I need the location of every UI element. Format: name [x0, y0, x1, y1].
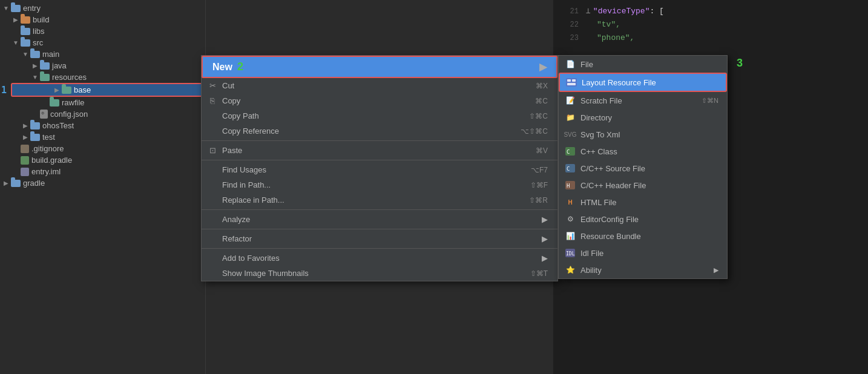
- cpp-class-icon: C: [564, 146, 577, 157]
- menu-label-favorites: Add to Favorites: [222, 254, 280, 263]
- svg-text:H: H: [567, 183, 570, 189]
- line-number-22: 22: [561, 18, 579, 31]
- menu-item-new[interactable]: New 2 ▶: [202, 56, 557, 78]
- tree-item-src[interactable]: ▼ src: [0, 37, 205, 48]
- menu-label-find-usages: Find Usages: [222, 165, 266, 174]
- arrow-java: ▶: [30, 62, 40, 69]
- file-tree-sidebar: ▼ entry ▶ build libs ▼ src ▼ main: [0, 0, 206, 374]
- submenu-label-layout-resource: Layout Resource File: [582, 78, 656, 87]
- submenu-item-cpp-class[interactable]: C C++ Class: [559, 143, 727, 160]
- submenu-item-layout-resource[interactable]: Layout Resource File: [559, 73, 727, 92]
- submenu-item-idl[interactable]: IDL Idl File: [559, 244, 727, 261]
- arrow-build: ▶: [11, 16, 21, 23]
- shortcut-scratch: ⇧⌘N: [702, 97, 718, 105]
- menu-label-image-thumbnails: Show Image Thumbnails: [222, 269, 309, 278]
- menu-item-cut[interactable]: ✂ Cut ⌘X: [202, 78, 557, 93]
- submenu-item-c-header[interactable]: H C/C++ Header File: [559, 177, 727, 194]
- svg-text:IDL: IDL: [566, 251, 575, 257]
- submenu-item-c-source[interactable]: C C/C++ Source File: [559, 160, 727, 177]
- folder-icon-test: [30, 134, 40, 141]
- tree-label-test: test: [42, 133, 55, 142]
- submenu-arrow-favorites: ▶: [542, 254, 548, 263]
- separator-2: [202, 160, 557, 160]
- tree-item-base[interactable]: ▶ base: [11, 83, 205, 97]
- submenu-label-c-source: C/C++ Source File: [580, 164, 645, 173]
- shortcut-copy-ref: ⌥⇧⌘C: [521, 127, 548, 136]
- tree-item-java[interactable]: ▶ java: [0, 60, 205, 71]
- tree-item-entry[interactable]: ▼ entry: [0, 2, 205, 14]
- submenu-item-editorconfig[interactable]: ⚙ EditorConfig File: [559, 211, 727, 228]
- tree-label-src: src: [33, 38, 43, 47]
- submenu-item-scratch[interactable]: 📝 Scratch File ⇧⌘N: [559, 92, 727, 109]
- menu-item-refactor[interactable]: Refactor ▶: [202, 231, 557, 246]
- shortcut-paste: ⌘V: [536, 146, 548, 155]
- tree-item-buildgradle[interactable]: build.gradle: [0, 154, 205, 166]
- submenu-label-c-header: C/C++ Header File: [580, 181, 646, 190]
- folder-icon-libs: [21, 28, 30, 35]
- folder-icon-resources: [40, 74, 50, 81]
- tree-item-gradle[interactable]: ▶ gradle: [0, 177, 205, 189]
- submenu-label-svg-xml: Svg To Xml: [580, 130, 620, 139]
- tree-label-ohostest: ohosTest: [42, 121, 74, 130]
- submenu-label-html: HTML File: [580, 198, 616, 207]
- tree-item-ohostest[interactable]: ▶ ohosTest: [0, 120, 205, 131]
- menu-item-replace-in-path[interactable]: Replace in Path... ⇧⌘R: [202, 192, 557, 208]
- menu-item-favorites[interactable]: Add to Favorites ▶: [202, 251, 557, 266]
- menu-item-find-usages[interactable]: Find Usages ⌥F7: [202, 162, 557, 177]
- code-val-phone: "phone",: [597, 31, 634, 45]
- editor-line-23: 23 "phone",: [561, 31, 861, 45]
- menu-item-copy-path[interactable]: Copy Path ⇧⌘C: [202, 108, 557, 123]
- arrow-main: ▼: [21, 51, 30, 57]
- tree-item-build[interactable]: ▶ build: [0, 14, 205, 25]
- step-badge-3: 3: [737, 57, 743, 70]
- tree-item-entryiml[interactable]: entry.iml: [0, 166, 205, 177]
- shortcut-find-in-path: ⇧⌘F: [530, 181, 548, 189]
- submenu-label-file: File: [580, 60, 593, 69]
- menu-item-copy[interactable]: ⎘ Copy ⌘C: [202, 93, 557, 108]
- tree-label-libs: libs: [33, 27, 45, 36]
- c-header-icon: H: [564, 180, 577, 191]
- menu-item-copy-ref[interactable]: Copy Reference ⌥⇧⌘C: [202, 123, 557, 139]
- idl-icon: IDL: [564, 248, 577, 258]
- tree-item-rawfile[interactable]: rawfile: [0, 97, 205, 108]
- folder-icon-build: [21, 16, 30, 24]
- menu-item-find-in-path[interactable]: Find in Path... ⇧⌘F: [202, 177, 557, 192]
- submenu-item-directory[interactable]: 📁 Directory: [559, 109, 727, 126]
- submenu-item-svg-xml[interactable]: SVG Svg To Xml: [559, 126, 727, 143]
- tree-item-main[interactable]: ▼ main: [0, 48, 205, 60]
- submenu-item-resource-bundle[interactable]: 📊 Resource Bundle: [559, 228, 727, 244]
- svg-text:C: C: [567, 149, 570, 155]
- tree-item-config[interactable]: ⚙ config.json: [0, 108, 205, 120]
- scratch-icon: 📝: [564, 95, 577, 106]
- menu-item-analyze[interactable]: Analyze ▶: [202, 212, 557, 227]
- submenu-label-ability: Ability: [580, 266, 602, 275]
- shortcut-find-usages: ⌥F7: [531, 166, 548, 174]
- menu-label-copy-path: Copy Path: [222, 111, 259, 120]
- tree-item-gitignore[interactable]: .gitignore: [0, 143, 205, 154]
- file-icon-entryiml: [21, 168, 29, 176]
- submenu-arrow-refactor: ▶: [542, 234, 548, 243]
- tree-label-resources: resources: [52, 73, 87, 82]
- tree-item-libs[interactable]: libs: [0, 25, 205, 37]
- breakpoint-icon: ⊥: [586, 5, 591, 18]
- menu-label-copy: Copy: [222, 96, 240, 105]
- shortcut-copy: ⌘C: [535, 97, 548, 105]
- menu-item-paste[interactable]: ⊡ Paste ⌘V: [202, 143, 557, 158]
- paste-icon: ⊡: [206, 146, 219, 155]
- tree-label-rawfile: rawfile: [62, 98, 85, 107]
- submenu-label-editorconfig: EditorConfig File: [580, 215, 639, 224]
- menu-item-image-thumbnails[interactable]: Show Image Thumbnails ⇧⌘T: [202, 266, 557, 281]
- tree-item-test[interactable]: ▶ test: [0, 131, 205, 143]
- line-number-23: 23: [561, 31, 579, 45]
- c-source-icon: C: [564, 163, 577, 174]
- editorconfig-icon: ⚙: [564, 214, 577, 225]
- submenu-item-file[interactable]: 📄 File 3: [559, 56, 727, 73]
- submenu-item-ability[interactable]: ⭐ Ability ▶: [559, 261, 727, 278]
- arrow-test: ▶: [21, 134, 30, 140]
- menu-label-paste: Paste: [222, 146, 242, 155]
- arrow-entry: ▼: [1, 5, 11, 11]
- tree-item-resources[interactable]: ▼ resources: [0, 71, 205, 83]
- context-menu: New 2 ▶ ✂ Cut ⌘X ⎘ Copy ⌘C Copy Path ⇧⌘C…: [201, 55, 558, 281]
- submenu-item-html[interactable]: H HTML File: [559, 194, 727, 211]
- menu-label-analyze: Analyze: [222, 215, 250, 224]
